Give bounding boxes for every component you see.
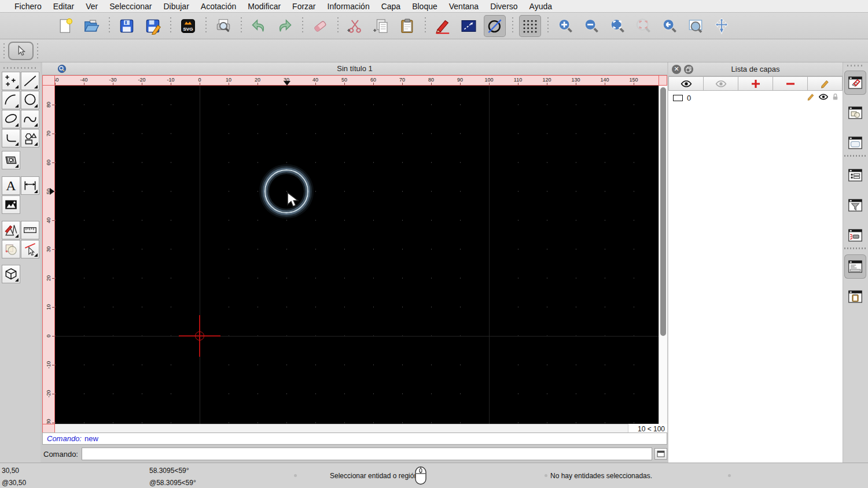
edit-layer-button[interactable] (808, 76, 843, 91)
boolean-operations-button[interactable] (2, 240, 20, 258)
layer-visibility-icon[interactable] (818, 93, 829, 101)
hatch-tool-button[interactable] (2, 151, 20, 169)
menu-item[interactable]: Ventana (443, 2, 484, 11)
document-titlebar[interactable]: Sin título 1 (42, 62, 667, 75)
layer-panel-toolbar (668, 76, 843, 91)
arc-tool-button[interactable] (2, 91, 20, 109)
library-window-icon (847, 134, 864, 151)
measure-tool-button[interactable] (21, 221, 39, 239)
command-input[interactable] (82, 448, 652, 460)
paste-button[interactable] (396, 15, 418, 37)
property-editor-panel-button[interactable] (844, 163, 866, 187)
ruler-tick: 130 (561, 76, 590, 85)
add-layer-button[interactable] (738, 76, 773, 91)
clipboard-window-icon (847, 288, 864, 305)
circle-tool-button[interactable] (484, 15, 506, 37)
blue-diagonal-arrow-button[interactable] (458, 15, 480, 37)
polyline-tool-button[interactable] (2, 129, 20, 147)
main-toolbar: SVG (0, 13, 868, 39)
menu-item[interactable]: Modificar (242, 2, 286, 11)
copy-button[interactable] (370, 15, 392, 37)
menu-item[interactable]: Editar (47, 2, 80, 11)
vertical-scrollbar[interactable] (659, 86, 667, 424)
delete-button[interactable] (309, 15, 331, 37)
zoom-window-button[interactable] (685, 15, 707, 37)
scrollbar-thumb[interactable] (660, 87, 666, 336)
save-as-button[interactable] (142, 15, 164, 37)
layer-row[interactable]: 0 (668, 91, 843, 105)
drafting-tools-icon (3, 223, 19, 238)
menu-item[interactable]: Bloque (406, 2, 443, 11)
close-panel-icon[interactable]: ✕ (672, 65, 681, 74)
redo-button[interactable] (274, 15, 296, 37)
float-panel-icon[interactable] (684, 65, 693, 74)
menu-item[interactable]: Ver (80, 2, 104, 11)
solid-3d-tool-button[interactable] (2, 265, 20, 283)
block-list-panel-button[interactable] (844, 101, 866, 125)
remove-layer-button[interactable] (773, 76, 808, 91)
palette-handle[interactable] (3, 67, 37, 69)
absolute-coordinates: 30,50 (2, 467, 19, 475)
clipboard-panel-button[interactable] (844, 284, 866, 309)
hide-all-layers-button[interactable] (704, 76, 738, 91)
dimension-tool-button[interactable] (21, 176, 39, 195)
layer-edit-pencil-icon[interactable] (807, 93, 815, 101)
svg-export-button[interactable]: SVG (177, 15, 199, 37)
modify-trim-button[interactable] (21, 240, 39, 258)
zoom-out-button[interactable] (580, 15, 602, 37)
menu-item[interactable]: Información (322, 2, 376, 11)
save-floppy-icon (118, 17, 135, 35)
show-all-layers-button[interactable] (668, 76, 704, 91)
drafting-tools-button[interactable] (2, 221, 20, 239)
menu-item[interactable]: Diverso (484, 2, 523, 11)
open-file-button[interactable] (80, 15, 102, 37)
dock-handle[interactable] (847, 65, 863, 66)
command-popout-button[interactable] (654, 448, 667, 460)
command-history-entry: new (84, 434, 98, 443)
selection-filter-panel-button[interactable] (844, 193, 866, 217)
library-browser-panel-button[interactable] (844, 131, 866, 155)
new-file-button[interactable] (54, 15, 76, 37)
menu-item[interactable]: Capa (376, 2, 406, 11)
pan-button[interactable] (711, 15, 733, 37)
eye-icon (681, 79, 692, 88)
layer-list-panel-button[interactable] (844, 71, 866, 95)
pencil-tool-button[interactable] (432, 15, 454, 37)
layer-panel-titlebar[interactable]: ✕ Lista de capas (668, 62, 843, 76)
mouse-pointer (285, 191, 300, 209)
zoom-auto-button[interactable] (606, 15, 628, 37)
cut-button[interactable] (344, 15, 366, 37)
menu-item[interactable]: Fichero (9, 2, 47, 11)
hint-text: Seleccionar entidad o región (330, 472, 418, 480)
flashlight-panel-button[interactable] (844, 223, 866, 247)
menu-item[interactable]: Forzar (286, 2, 321, 11)
menu-item[interactable]: Ayuda (524, 2, 558, 11)
text-tool-button[interactable]: A (2, 176, 20, 195)
spline-tool-button[interactable] (21, 110, 39, 128)
command-line-panel-button[interactable] (844, 254, 866, 279)
undo-button[interactable] (248, 15, 270, 37)
zoom-selection-button[interactable] (632, 15, 654, 37)
drawing-canvas[interactable] (55, 86, 659, 424)
ruler-tick: 80 (417, 76, 446, 85)
menu-item[interactable]: Seleccionar (104, 2, 157, 11)
print-preview-button[interactable] (212, 15, 234, 37)
ellipse-tool-button[interactable] (2, 110, 20, 128)
grid-toggle-button[interactable] (519, 15, 541, 37)
toolbar-handle[interactable] (3, 43, 5, 58)
layer-color-swatch[interactable] (673, 95, 683, 101)
zoom-previous-button[interactable] (659, 15, 681, 37)
point-tool-button[interactable] (2, 72, 20, 90)
shape-tool-button[interactable] (21, 129, 39, 147)
zoom-in-button[interactable] (554, 15, 576, 37)
save-button[interactable] (116, 15, 138, 37)
selection-tool-button[interactable] (8, 42, 34, 60)
menu-item[interactable]: Dibujar (157, 2, 194, 11)
svg-text:SVG: SVG (183, 26, 193, 31)
image-tool-button[interactable] (2, 195, 20, 214)
layer-lock-icon[interactable] (832, 93, 839, 101)
toolbar-handle[interactable] (36, 43, 38, 58)
menu-item[interactable]: Acotación (195, 2, 242, 11)
line-tool-button[interactable] (21, 72, 39, 90)
circle-tool-palette-button[interactable] (21, 91, 39, 109)
